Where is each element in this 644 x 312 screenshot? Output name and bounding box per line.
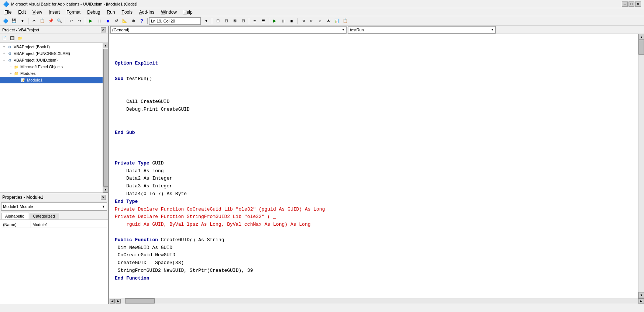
minimize-button[interactable]: ─ [622, 1, 628, 7]
menu-help[interactable]: Help [180, 8, 196, 16]
code-line-dim: Dim NewGUID As GUID [115, 244, 632, 252]
toolbar-paste-btn[interactable]: 📌 [47, 17, 55, 25]
toolbar-stop2[interactable]: ■ [287, 17, 296, 25]
code-line [115, 298, 632, 298]
menu-view[interactable]: View [30, 8, 45, 16]
toolbar-group-file: 🔷 💾 ▼ [1, 17, 27, 25]
tree-item-book1[interactable]: + ⚙ VBAProject (Book1) [0, 44, 103, 50]
tree-item-uuid[interactable]: − ⚙ VBAProject (UUID.xlsm) [0, 57, 103, 63]
toolbar-outdent[interactable]: ⇤ [307, 17, 316, 25]
toolbar-design-btn[interactable]: 📐 [121, 17, 129, 25]
hscroll-track[interactable] [121, 298, 638, 304]
hscroll-thumb[interactable] [125, 298, 155, 304]
toolbar-pause-btn[interactable]: ⏸ [95, 17, 103, 25]
project-toggle-folders[interactable]: 📁 [16, 35, 24, 42]
tree-item-excel-objects[interactable]: − 📁 Microsoft Excel Objects [0, 63, 103, 70]
tree-label-book1: VBAProject (Book1) [14, 45, 50, 49]
maximize-button[interactable]: □ [628, 1, 634, 7]
code-dropdown-right[interactable]: testRun ▼ [348, 26, 496, 34]
toolbar-save-btn[interactable]: 💾 [10, 17, 18, 25]
code-line [115, 136, 632, 144]
sep4 [147, 18, 148, 24]
toolbar-reset-btn[interactable]: ↺ [112, 17, 120, 25]
scroll-down-arrow[interactable]: ▼ [103, 187, 109, 193]
menu-run[interactable]: Run [104, 8, 118, 16]
toolbar-watch[interactable]: 👁 [324, 17, 333, 25]
props-val-name: Module1 [31, 221, 107, 228]
toolbar-r5[interactable]: ≡ [251, 17, 259, 25]
code-nav-right[interactable]: ▶ [116, 299, 121, 304]
tree-item-module1[interactable]: 📝 Module1 [0, 77, 103, 83]
toolbar-pause2[interactable]: ⏸ [279, 17, 287, 25]
toolbar-indent[interactable]: ⇥ [299, 17, 307, 25]
menu-format[interactable]: Format [63, 8, 83, 16]
toolbar-r3[interactable]: ⊠ [231, 17, 239, 25]
toolbar-run-btn[interactable]: ▶ [87, 17, 95, 25]
toolbar-r2[interactable]: ⊟ [222, 17, 230, 25]
code-dropdown-left[interactable]: (General) ▼ [110, 26, 347, 34]
toolbar-group-undo: ↩ ↪ [67, 17, 83, 25]
vscroll-thumb[interactable] [638, 40, 644, 55]
toolbar-callstack[interactable]: 📋 [341, 17, 349, 25]
toolbar-cut-btn[interactable]: ✂ [30, 17, 38, 25]
code-line-data2: Data2 As Integer [115, 175, 632, 183]
tree-icon-vba1: ⚙ [7, 44, 13, 50]
toolbar-undo-btn[interactable]: ↩ [67, 17, 75, 25]
hscroll-right[interactable]: ▶ [638, 298, 644, 304]
props-key-name: (Name) [1, 221, 31, 228]
project-panel-close[interactable]: ✕ [101, 27, 106, 32]
tree-item-modules[interactable]: − 📁 Modules [0, 70, 103, 77]
toolbar-r4[interactable]: ⊡ [239, 17, 247, 25]
code-line [115, 52, 632, 60]
app-icon: 🔷 [3, 1, 9, 7]
toolbar-locals[interactable]: 📊 [333, 17, 341, 25]
vscroll-up[interactable]: ▲ [638, 34, 644, 40]
toolbar-break-btn[interactable]: ⊕ [129, 17, 137, 25]
scroll-thumb[interactable] [103, 49, 108, 187]
toolbar-r1[interactable]: ⊞ [214, 17, 222, 25]
menu-debug[interactable]: Debug [84, 8, 103, 16]
toolbar-group-run: ▶ ⏸ ■ ↺ 📐 ⊕ ? [87, 17, 146, 25]
menu-window[interactable]: Window [158, 8, 180, 16]
props-tab-categorized[interactable]: Categorized [29, 213, 59, 219]
code-editor[interactable]: Option Explicit Sub testRun() Call Creat… [109, 34, 638, 298]
toolbar-find-btn[interactable]: 🔍 [55, 17, 63, 25]
code-line [115, 114, 632, 121]
code-line [115, 144, 632, 152]
tree-item-funcres[interactable]: + ⚙ VBAProject (FUNCRES.XLAM) [0, 50, 103, 57]
code-line [115, 67, 632, 75]
toolbar-copy-btn[interactable]: 📋 [38, 17, 47, 25]
menu-insert[interactable]: Insert [46, 8, 63, 16]
project-view-code[interactable]: 📄 [1, 35, 8, 42]
menu-edit[interactable]: Edit [15, 8, 29, 16]
location-dropdown-btn[interactable]: ▼ [202, 17, 210, 25]
props-tab-alphabetic[interactable]: Alphabetic [1, 213, 28, 219]
scroll-up-arrow[interactable]: ▲ [103, 43, 109, 48]
code-nav-left[interactable]: ◀ [110, 299, 115, 304]
props-tabs: Alphabetic Categorized [0, 212, 108, 220]
toolbar-help-btn[interactable]: ? [138, 17, 146, 25]
project-view-object[interactable]: 🔲 [8, 35, 16, 42]
main-layout: Project - VBAProject ✕ 📄 🔲 📁 + ⚙ VBAProj… [0, 26, 644, 304]
props-close-btn[interactable]: ✕ [101, 195, 106, 200]
toolbar-group-edit: ✂ 📋 📌 🔍 [30, 17, 63, 25]
tree-label-excel: Microsoft Excel Objects [20, 65, 63, 69]
toolbar-redo-btn[interactable]: ↪ [75, 17, 83, 25]
vscroll-track[interactable] [638, 40, 644, 292]
toolbar-bp[interactable]: ○ [316, 17, 324, 25]
tree-expander-excel: − [8, 64, 13, 69]
toolbar-r6[interactable]: ≣ [259, 17, 267, 25]
menu-file[interactable]: File [1, 8, 14, 16]
close-button[interactable]: ✕ [635, 1, 641, 7]
menu-addins[interactable]: Add-Ins [136, 8, 157, 16]
project-panel-toolbar: 📄 🔲 📁 [0, 34, 108, 43]
toolbar-dropdown-btn[interactable]: ▼ [18, 17, 27, 25]
project-tree: + ⚙ VBAProject (Book1) + ⚙ VBAProject (F… [0, 43, 103, 193]
props-dropdown[interactable]: Module1 Module ▼ [1, 202, 107, 211]
menu-tools[interactable]: Tools [119, 8, 135, 16]
left-panel: Project - VBAProject ✕ 📄 🔲 📁 + ⚙ VBAProj… [0, 26, 109, 304]
toolbar-stop-btn[interactable]: ■ [104, 17, 112, 25]
vscroll-down[interactable]: ▼ [638, 292, 644, 298]
toolbar-run2[interactable]: ▶ [271, 17, 279, 25]
code-line [115, 91, 632, 98]
